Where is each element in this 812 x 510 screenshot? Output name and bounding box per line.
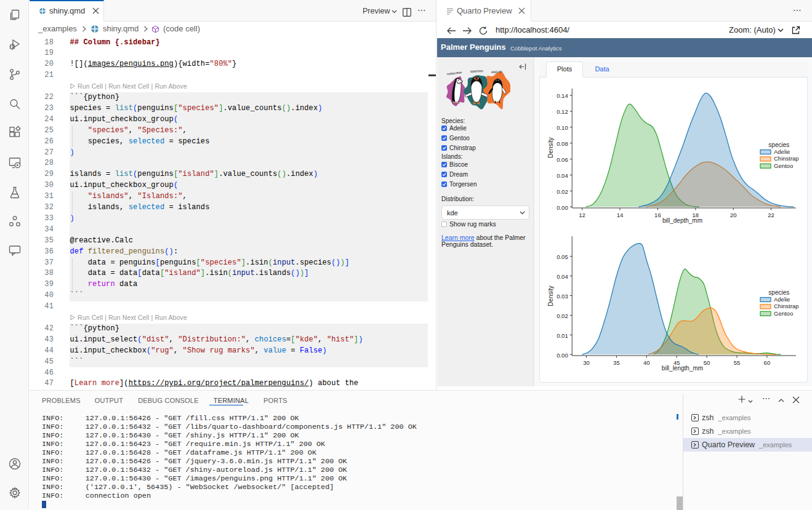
svg-text:Chinstrap: Chinstrap <box>774 303 799 309</box>
svg-text:35: 35 <box>613 359 620 366</box>
svg-text:Gentoo: Gentoo <box>774 310 793 317</box>
svg-text:60: 60 <box>764 359 771 366</box>
svg-text:40: 40 <box>643 359 650 366</box>
svg-text:0.12: 0.12 <box>557 108 568 115</box>
svg-text:bill_length_mm: bill_length_mm <box>662 365 703 372</box>
svg-text:55: 55 <box>734 359 741 366</box>
svg-text:0.04: 0.04 <box>557 172 568 179</box>
svg-text:species: species <box>768 289 789 296</box>
svg-text:0.08: 0.08 <box>557 140 568 147</box>
svg-text:0.01: 0.01 <box>557 332 568 339</box>
svg-text:22: 22 <box>768 212 774 218</box>
svg-text:0.06: 0.06 <box>557 156 568 163</box>
svg-text:0.03: 0.03 <box>557 293 568 300</box>
svg-text:species: species <box>768 141 789 148</box>
svg-text:ADELIE!: ADELIE! <box>491 70 503 74</box>
svg-text:0.02: 0.02 <box>557 313 568 319</box>
svg-text:GENTOO!: GENTOO! <box>470 70 484 73</box>
svg-text:0.14: 0.14 <box>557 92 568 99</box>
svg-text:0.05: 0.05 <box>557 253 568 260</box>
svg-text:Adelie: Adelie <box>774 296 790 303</box>
svg-text:30: 30 <box>583 359 590 366</box>
svg-text:12: 12 <box>579 212 585 218</box>
svg-text:14: 14 <box>617 212 624 218</box>
svg-text:16: 16 <box>654 212 661 218</box>
svg-text:0.02: 0.02 <box>557 188 568 195</box>
svg-text:Adelie: Adelie <box>774 148 790 155</box>
svg-text:Density: Density <box>547 285 554 306</box>
svg-text:Density: Density <box>547 137 554 157</box>
svg-text:CHINSTRAP: CHINSTRAP <box>447 71 462 76</box>
svg-text:Gentoo: Gentoo <box>774 162 793 169</box>
svg-text:50: 50 <box>704 359 710 366</box>
svg-text:Chinstrap: Chinstrap <box>774 155 799 162</box>
svg-text:0.00: 0.00 <box>557 204 568 211</box>
svg-text:20: 20 <box>730 212 737 218</box>
svg-text:0.10: 0.10 <box>557 124 568 131</box>
svg-text:0.04: 0.04 <box>557 273 568 280</box>
svg-text:0.00: 0.00 <box>557 352 568 359</box>
svg-text:bill_depth_mm: bill_depth_mm <box>662 217 702 224</box>
